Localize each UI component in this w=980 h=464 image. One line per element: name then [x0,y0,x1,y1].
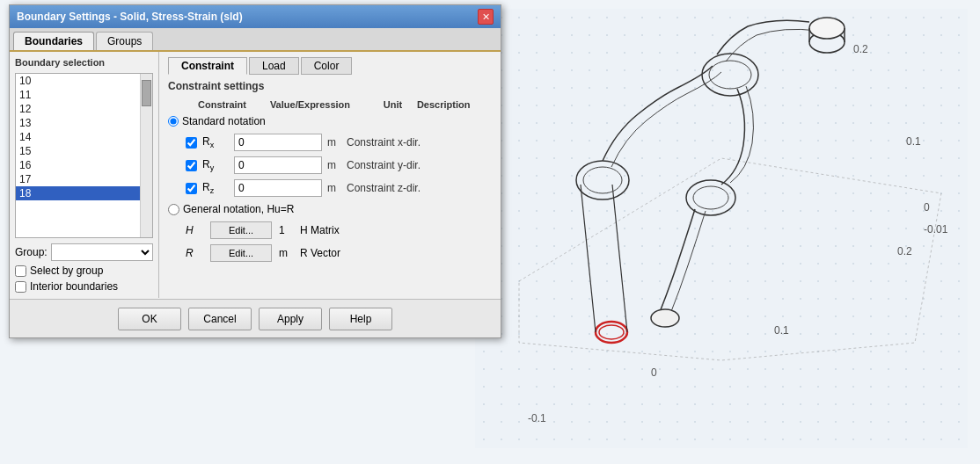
svg-text:0.2: 0.2 [853,43,868,55]
ry-desc: Constraint y-dir. [347,159,421,171]
left-panel: Boundary selection 10 11 12 13 14 15 16 … [10,52,159,298]
col-unit: Unit [380,98,413,112]
constraint-settings-label: Constraint settings [168,80,492,92]
close-button[interactable]: ✕ [478,9,494,25]
interior-boundaries-label: Interior boundaries [30,280,118,293]
general-notation-radio-row: General notation, Hu=R [168,203,492,215]
right-tabs: Constraint Load Color [168,57,492,75]
general-notation-radio[interactable] [168,204,179,215]
boundary-selection-label: Boundary selection [15,57,153,68]
tab-color[interactable]: Color [301,57,353,75]
constraint-table: Constraint Value/Expression Unit Descrip… [168,98,492,112]
svg-text:0.2: 0.2 [897,245,912,257]
right-panel: Constraint Load Color Constraint setting… [159,52,501,298]
rz-row: Rz m Constraint z-dir. [186,179,492,197]
group-row: Group: [15,243,153,261]
scrollbar-thumb[interactable] [142,80,151,106]
col-description: Description [413,98,492,112]
list-item[interactable]: 10 [16,74,140,88]
ry-unit: m [327,159,341,171]
r-edit-button[interactable]: Edit... [210,244,272,262]
ry-label: Ry [202,158,229,172]
rz-unit: m [327,182,341,194]
svg-text:0: 0 [651,366,657,379]
dialog-footer: OK Cancel Apply Help [10,299,501,337]
tab-groups[interactable]: Groups [96,32,153,50]
col-constraint: Constraint [194,98,267,112]
ry-input[interactable] [234,156,322,174]
r-unit: m [279,247,293,259]
tab-constraint[interactable]: Constraint [168,57,247,75]
h-edit-button[interactable]: Edit... [210,221,272,239]
rz-checkbox[interactable] [186,183,197,194]
dialog-body: Boundary selection 10 11 12 13 14 15 16 … [10,52,501,298]
svg-text:0.1: 0.1 [774,324,789,337]
rz-input[interactable] [234,179,322,197]
standard-notation-radio[interactable] [168,116,179,127]
ry-checkbox[interactable] [186,160,197,171]
standard-notation-radio-row: Standard notation [168,115,492,127]
svg-text:0: 0 [924,201,930,214]
list-item[interactable]: 14 [16,130,140,144]
ok-button[interactable]: OK [118,308,181,330]
3d-visualization: 0.2 0.1 0 -0.01 0.2 0.1 0 -0.1 [475,9,968,448]
group-select[interactable] [51,243,153,261]
svg-text:0.1: 0.1 [906,135,921,148]
cancel-button[interactable]: Cancel [188,308,252,330]
svg-text:-0.1: -0.1 [528,412,546,424]
svg-rect-2 [475,9,968,448]
rz-desc: Constraint z-dir. [347,182,421,194]
col-value: Value/Expression [267,98,380,112]
svg-point-21 [809,18,845,39]
apply-button[interactable]: Apply [259,308,322,330]
h-label: H [186,224,203,236]
list-item[interactable]: 17 [16,172,140,186]
select-by-group-row: Select by group [15,265,153,277]
r-vector-row: R Edit... m R Vector [186,244,492,262]
boundary-list[interactable]: 10 11 12 13 14 15 16 17 18 [16,74,140,237]
ry-row: Ry m Constraint y-dir. [186,156,492,174]
group-label: Group: [15,246,48,258]
dialog-titlebar: Boundary Settings - Solid, Stress-Strain… [10,5,501,28]
rx-checkbox[interactable] [186,137,197,149]
rx-desc: Constraint x-dir. [347,136,421,149]
interior-boundaries-row: Interior boundaries [15,280,153,293]
dialog-window: Boundary Settings - Solid, Stress-Strain… [9,4,501,338]
tab-load[interactable]: Load [249,57,299,75]
list-item[interactable]: 11 [16,88,140,102]
list-item[interactable]: 16 [16,158,140,172]
help-button[interactable]: Help [329,308,392,330]
select-by-group-label: Select by group [30,265,103,277]
list-item[interactable]: 13 [16,116,140,130]
select-by-group-checkbox[interactable] [15,265,26,277]
interior-boundaries-checkbox[interactable] [15,281,26,293]
list-item[interactable]: 12 [16,102,140,116]
r-desc: R Vector [300,247,340,259]
h-desc: H Matrix [300,224,340,236]
h-matrix-row: H Edit... 1 H Matrix [186,221,492,239]
list-item-selected[interactable]: 18 [16,186,140,200]
rx-label: Rx [202,135,229,149]
general-notation-label: General notation, Hu=R [183,203,294,215]
rz-label: Rz [202,181,229,195]
tab-boundaries[interactable]: Boundaries [13,32,94,50]
dialog-title: Boundary Settings - Solid, Stress-Strain… [17,11,243,23]
rx-row: Rx m Constraint x-dir. [186,134,492,151]
h-unit: 1 [279,224,293,236]
top-tabs: Boundaries Groups [10,28,501,52]
rx-input[interactable] [234,134,322,151]
svg-point-26 [651,309,679,327]
r-label: R [186,247,203,259]
rx-unit: m [327,136,341,149]
scrollbar-track[interactable] [140,74,152,237]
list-item[interactable]: 15 [16,144,140,158]
boundary-list-container: 10 11 12 13 14 15 16 17 18 [15,73,153,238]
standard-notation-label: Standard notation [182,115,266,127]
